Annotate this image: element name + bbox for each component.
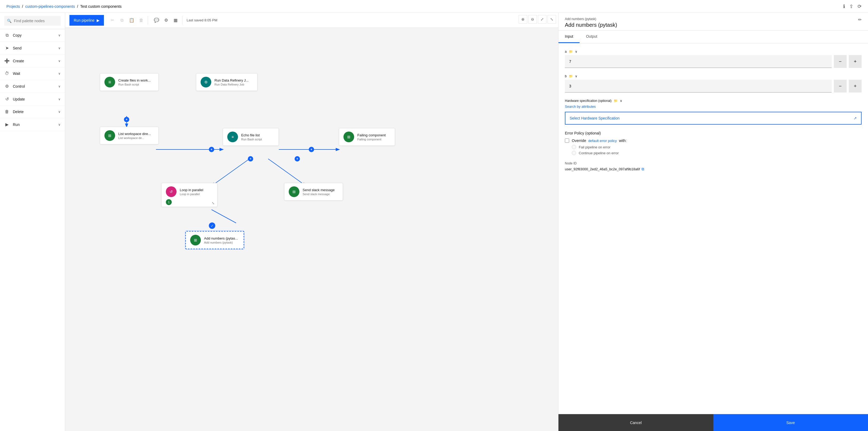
- folder-icon-a: 📁: [569, 50, 573, 54]
- node-failing-component[interactable]: ⊞ Failing component Failing component: [339, 128, 395, 146]
- node-content-failing: Failing component Failing component: [358, 133, 386, 141]
- expand-btn[interactable]: ⤡: [548, 15, 556, 24]
- expand-icon[interactable]: ⤡: [212, 201, 214, 205]
- sidebar-item-run[interactable]: ▶ Run ∨: [0, 118, 65, 131]
- stepper-a-minus[interactable]: −: [834, 55, 847, 68]
- run-icon: ▶: [97, 18, 100, 23]
- node-list-workspace[interactable]: ⊞ List workspace dire... List workspace …: [100, 127, 159, 144]
- panel-footer: Cancel Save: [558, 414, 868, 431]
- sidebar-item-create[interactable]: ➕ Create ∨: [0, 55, 65, 67]
- connector-below-create-files[interactable]: +: [124, 117, 129, 122]
- send-icon: ➤: [4, 46, 10, 51]
- cut-btn[interactable]: ✂: [108, 16, 117, 25]
- save-button[interactable]: Save: [713, 414, 868, 431]
- sidebar-item-wait[interactable]: ⏱ Wait ∨: [0, 67, 65, 80]
- comment-btn[interactable]: 💬: [152, 16, 161, 25]
- breadcrumb-pipeline[interactable]: custom-pipelines-components: [25, 4, 75, 8]
- sidebar: 🔍 ⧉ Copy ∨ ➤ Send ∨ ➕ Create ∨ ⏱ Wait ∨ …: [0, 13, 65, 431]
- stepper-b-minus[interactable]: −: [834, 80, 847, 92]
- node-loop-in-parallel[interactable]: ↺ Loop in parallel Loop in parallel 1 ⤡: [161, 183, 217, 207]
- sidebar-item-update[interactable]: ↺ Update ∨: [0, 93, 65, 106]
- fit-btn[interactable]: ⤢: [538, 15, 547, 24]
- delete-icon: 🗑: [4, 109, 10, 114]
- node-title-echo: Echo file list: [241, 133, 262, 137]
- toolbar-group-actions: 💬 ⚙ ▦: [150, 16, 182, 25]
- delete-btn[interactable]: 🗑: [137, 16, 146, 25]
- control-icon: ⚙: [4, 84, 10, 89]
- node-send-slack[interactable]: ⊞ Send slack message Send slack message: [284, 183, 343, 201]
- connector-between-echo-failing[interactable]: +: [309, 147, 314, 152]
- chevron-a[interactable]: ∨: [575, 50, 578, 54]
- zoom-controls: ⊕ ⊖ ⤢ ⤡: [519, 15, 556, 24]
- search-input[interactable]: [4, 16, 61, 26]
- connector-echo-bottom-left[interactable]: +: [248, 156, 253, 162]
- sidebar-item-delete[interactable]: 🗑 Delete ∨: [0, 106, 65, 118]
- sidebar-label-control: Control: [13, 84, 55, 88]
- copy-node-id-icon[interactable]: ⧉: [642, 167, 644, 171]
- sidebar-item-send[interactable]: ➤ Send ∨: [0, 42, 65, 55]
- override-checkbox[interactable]: [565, 139, 569, 143]
- node-content-slack: Send slack message Send slack message: [303, 188, 335, 196]
- edit-button[interactable]: ✏: [858, 17, 862, 22]
- svg-line-3: [212, 159, 249, 185]
- run-pipeline-button[interactable]: Run pipeline ▶: [69, 15, 104, 26]
- stepper-a-plus[interactable]: +: [849, 55, 862, 68]
- select-hardware-btn[interactable]: Select Hardware Specification ↗: [565, 112, 862, 124]
- sidebar-item-control[interactable]: ⚙ Control ∨: [0, 80, 65, 93]
- info-icon-btn[interactable]: ℹ: [843, 3, 845, 9]
- field-input-b[interactable]: [565, 80, 832, 92]
- radio-group-error-policy: Fail pipeline on error Continue pipeline…: [572, 145, 862, 155]
- node-id-text: user_92f83000_2ed2_46a5_bc2e_097af9b18a6…: [565, 167, 640, 171]
- chevron-hw[interactable]: ∨: [620, 99, 622, 103]
- node-title-add-numbers: Add numbers (pytas...: [204, 236, 238, 240]
- tabs: Input Output: [558, 30, 868, 43]
- node-run-data-refinery[interactable]: ⚙ Run Data Refinery J... Run Data Refine…: [196, 73, 257, 91]
- history-icon-btn[interactable]: ⟳: [858, 3, 862, 9]
- tab-output[interactable]: Output: [580, 30, 603, 43]
- table-btn[interactable]: ▦: [172, 16, 180, 25]
- sidebar-label-create: Create: [13, 59, 55, 63]
- node-subtitle-failing: Failing component: [358, 138, 386, 141]
- node-content-echo: Echo file list Run Bash script: [241, 133, 262, 141]
- sidebar-label-copy: Copy: [13, 33, 55, 37]
- tab-input[interactable]: Input: [558, 30, 580, 43]
- chevron-run: ∨: [58, 123, 61, 126]
- share-icon-btn[interactable]: ⇪: [849, 3, 853, 9]
- breadcrumb-projects[interactable]: Projects: [6, 4, 20, 8]
- connector-between-list-echo[interactable]: +: [209, 147, 214, 152]
- sidebar-search-wrapper: 🔍: [0, 13, 65, 29]
- default-error-policy-link[interactable]: default error policy: [588, 139, 617, 143]
- field-input-a[interactable]: [565, 55, 832, 68]
- field-group-a: a 📁 ∨ − +: [565, 50, 862, 68]
- node-icon-slack: ⊞: [289, 186, 300, 197]
- field-input-row-a: − +: [565, 55, 862, 68]
- connector-echo-bottom-right[interactable]: +: [294, 156, 300, 162]
- zoom-in-btn[interactable]: ⊕: [519, 15, 527, 24]
- settings-btn[interactable]: ⚙: [162, 16, 170, 25]
- copy-btn[interactable]: ⧉: [118, 16, 126, 25]
- sidebar-label-wait: Wait: [13, 71, 55, 76]
- sidebar-label-delete: Delete: [13, 110, 55, 114]
- cancel-button[interactable]: Cancel: [558, 414, 713, 431]
- chevron-b[interactable]: ∨: [575, 74, 578, 78]
- checkmark-connector[interactable]: ✓: [209, 223, 215, 229]
- node-echo-file-list[interactable]: ≡ Echo file list Run Bash script: [223, 128, 279, 146]
- stepper-b-plus[interactable]: +: [849, 80, 862, 92]
- sidebar-item-copy[interactable]: ⧉ Copy ∨: [0, 29, 65, 42]
- run-pipeline-label: Run pipeline: [74, 18, 95, 23]
- radio-fail[interactable]: [572, 145, 576, 149]
- search-by-attributes-link[interactable]: Search by attributes: [565, 105, 596, 109]
- node-add-numbers[interactable]: ⊞ Add numbers (pytas... Add numbers (pyt…: [185, 231, 244, 249]
- radio-fail-label: Fail pipeline on error: [579, 145, 611, 149]
- zoom-out-btn[interactable]: ⊖: [528, 15, 537, 24]
- radio-row-continue: Continue pipeline on error: [572, 151, 862, 155]
- paste-btn[interactable]: 📋: [127, 16, 136, 25]
- node-create-files[interactable]: ≡ Create files in work... Run Bash scrip…: [100, 73, 159, 91]
- toolbar: Run pipeline ▶ ✂ ⧉ 📋 🗑 💬 ⚙ ▦ Last saved …: [65, 13, 558, 28]
- node-content-create-files: Create files in work... Run Bash script: [118, 78, 151, 86]
- radio-continue[interactable]: [572, 151, 576, 155]
- node-icon-create-files: ≡: [104, 77, 115, 87]
- node-subtitle-echo: Run Bash script: [241, 138, 262, 141]
- right-panel-subtitle: Add numbers (pytask): [565, 17, 862, 21]
- create-icon: ➕: [4, 58, 10, 63]
